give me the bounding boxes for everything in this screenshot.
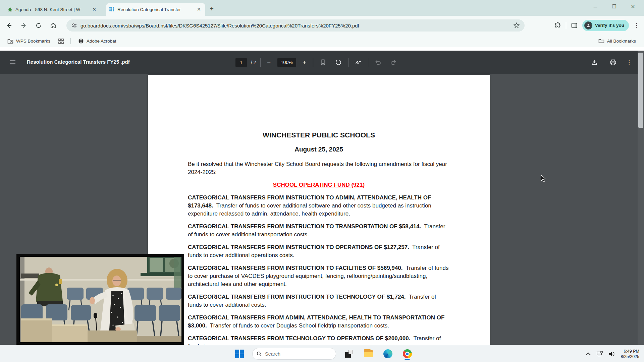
zoom-in-button[interactable]: +	[300, 59, 309, 66]
print-icon	[610, 59, 616, 66]
address-bar[interactable]: go.boarddocs.com/vsba/wps/Board.nsf/file…	[66, 19, 525, 32]
taskbar-clock[interactable]: 6:49 PM 8/25/2025	[621, 349, 639, 359]
zoom-level-input[interactable]: 100%	[277, 58, 296, 67]
fit-page-button[interactable]	[317, 57, 329, 68]
system-tray: 6:49 PM 8/25/2025	[586, 345, 644, 362]
browser-menu-kebab-icon[interactable]: ⋮	[634, 24, 639, 26]
search-input[interactable]	[265, 351, 325, 357]
edge-button[interactable]	[381, 347, 394, 361]
volume-icon[interactable]	[608, 351, 615, 357]
download-icon	[591, 59, 598, 66]
tab-resolution-pdf[interactable]: Resolution Categorical Transfer ✕	[106, 3, 205, 16]
bookmarks-folder-icon	[7, 39, 13, 44]
pdf-page-zoom-controls: 1 / 2 − 100% +	[235, 51, 399, 74]
home-button[interactable]	[48, 20, 59, 31]
mouse-cursor	[540, 174, 547, 182]
bookmark-label: Adobe Acrobat	[87, 39, 116, 44]
pdf-scrollbar[interactable]	[638, 51, 644, 345]
chrome-button[interactable]	[400, 347, 414, 361]
scrollbar-thumb[interactable]	[638, 53, 643, 128]
bookmark-wps[interactable]: WPS Bookmarks	[7, 39, 50, 44]
pdf-menu-icon[interactable]	[9, 59, 16, 65]
active-app-indicator	[405, 359, 410, 360]
tree-icon	[7, 7, 13, 12]
forward-button[interactable]	[18, 20, 30, 31]
app-icon	[345, 350, 353, 358]
side-panel-icon[interactable]	[571, 22, 578, 29]
taskbar-app-button[interactable]	[342, 347, 356, 361]
redo-button	[388, 57, 399, 68]
fit-page-icon	[320, 59, 326, 66]
all-bookmarks-label: All Bookmarks	[607, 39, 636, 44]
bookmark-adobe-acrobat[interactable]: Adobe Acrobat	[78, 38, 116, 44]
page-number-input[interactable]: 1	[235, 58, 247, 67]
restore-button[interactable]: ❐	[610, 4, 619, 10]
start-button[interactable]	[233, 347, 246, 361]
reload-button[interactable]	[33, 20, 44, 31]
tray-chevron-icon[interactable]	[586, 352, 591, 356]
search-icon	[257, 351, 262, 357]
meeting-video-overlay[interactable]	[16, 254, 184, 345]
meeting-video-frame	[16, 254, 184, 345]
doc-section-heading: SCHOOL OPERATING FUND (921)	[188, 181, 450, 189]
chrome-icon	[403, 349, 412, 358]
doc-paragraph: CATEGORICAL TRANSFERS FROM INSTRUCTION T…	[188, 223, 450, 239]
site-info-icon[interactable]	[71, 22, 77, 28]
profile-avatar-icon	[584, 21, 592, 29]
print-button[interactable]	[607, 57, 619, 68]
rotate-button[interactable]	[333, 57, 344, 68]
pdf-separator	[313, 58, 313, 67]
network-icon[interactable]	[596, 351, 603, 357]
bookmark-label: WPS Bookmarks	[16, 39, 50, 44]
minimize-button[interactable]: ─	[591, 4, 600, 10]
clock-time: 6:49 PM	[621, 349, 639, 354]
bookmarks-separator	[70, 38, 71, 44]
browser-tab-strip: Agenda - 598 N. Kent Street | W ✕ Resolu…	[0, 0, 644, 16]
bookmark-star-icon[interactable]	[513, 22, 520, 29]
doc-title: WINCHESTER PUBLIC SCHOOLS	[188, 131, 450, 139]
browser-toolbar: go.boarddocs.com/vsba/wps/Board.nsf/file…	[0, 16, 644, 35]
new-tab-button[interactable]: +	[207, 4, 216, 14]
clock-date: 8/25/2025	[621, 354, 639, 359]
pdf-action-buttons: ⋮	[589, 51, 632, 74]
pdf-more-options-kebab-icon[interactable]: ⋮	[626, 61, 632, 63]
rotate-icon	[335, 59, 342, 66]
toolbar-right-cluster: Verify it's you ⋮	[554, 16, 644, 35]
pdf-separator	[348, 58, 348, 67]
window-controls: ─ ❐ ✕	[591, 0, 641, 13]
file-explorer-button[interactable]	[362, 347, 375, 361]
zoom-out-button[interactable]: −	[265, 59, 273, 66]
toolbar-separator	[566, 22, 566, 29]
close-button[interactable]: ✕	[629, 4, 637, 10]
tab-close-icon[interactable]: ✕	[196, 6, 202, 12]
reload-icon	[35, 22, 42, 29]
taskbar-search[interactable]	[252, 348, 336, 360]
back-button[interactable]	[3, 20, 15, 31]
pdf-viewer-toolbar: Resolution Categorical Transfers FY25 .p…	[0, 51, 644, 74]
undo-button	[372, 57, 384, 68]
doc-paragraph: CATEGORICAL TRANSFERS FROM INSTRUCTION T…	[188, 293, 450, 309]
file-explorer-icon	[364, 350, 373, 357]
doc-paragraph: CATEGORICAL TRANSFERS FROM INSTRUCTION T…	[188, 194, 450, 218]
doc-body: Be it resolved that the Winchester City …	[188, 160, 450, 345]
extensions-icon[interactable]	[554, 22, 561, 29]
doc-intro: Be it resolved that the Winchester City …	[188, 160, 450, 176]
apps-grid-icon[interactable]	[58, 39, 64, 44]
download-button[interactable]	[589, 57, 600, 68]
pdf-page-1[interactable]: WINCHESTER PUBLIC SCHOOLS August 25, 202…	[148, 75, 490, 345]
all-bookmarks-button[interactable]: All Bookmarks	[598, 39, 636, 44]
tab-agenda[interactable]: Agenda - 598 N. Kent Street | W ✕	[4, 3, 101, 16]
verify-label: Verify it's you	[595, 23, 624, 28]
url-text[interactable]: go.boarddocs.com/vsba/wps/Board.nsf/file…	[80, 23, 513, 28]
back-icon	[6, 22, 12, 29]
verify-its-you-button[interactable]: Verify it's you	[582, 20, 629, 31]
desktop: Agenda - 598 N. Kent Street | W ✕ Resolu…	[0, 0, 644, 362]
boarddocs-dots-icon	[109, 7, 115, 12]
annotate-button[interactable]	[353, 57, 364, 68]
tab-close-icon[interactable]: ✕	[91, 6, 97, 12]
doc-date: August 25, 2025	[188, 146, 450, 153]
folder-icon	[598, 39, 604, 44]
doc-paragraph: CATEGORICAL TRANSFERS FROM TECHNOLOGY TO…	[188, 335, 450, 345]
draw-icon	[355, 59, 362, 66]
windows-taskbar: 6:49 PM 8/25/2025	[0, 345, 644, 362]
